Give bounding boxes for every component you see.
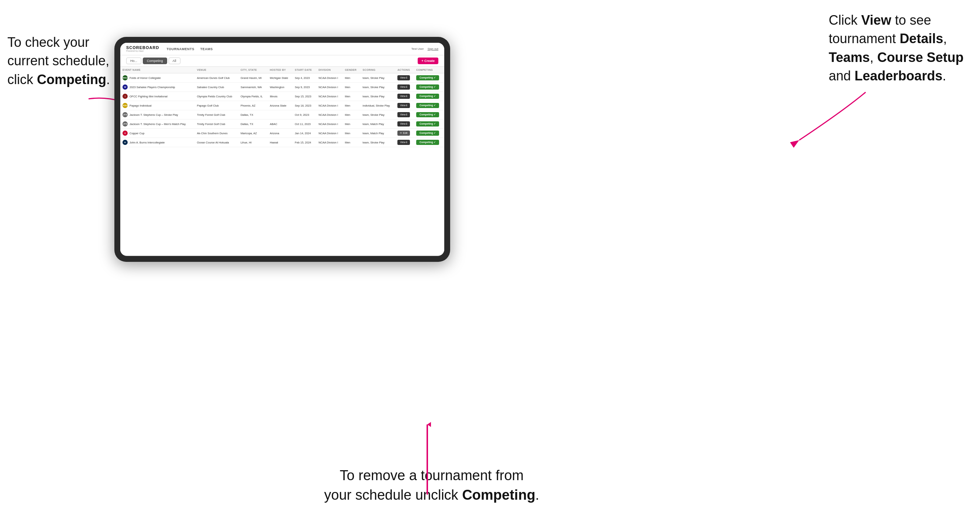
cell-city: Dallas, TX <box>239 119 267 129</box>
arrow-right <box>770 81 869 155</box>
cell-scoring: team, Stroke Play <box>361 138 395 147</box>
competing-button[interactable]: Competing ✓ <box>416 121 439 127</box>
cell-event-name: H John A. Burns Intercollegiate <box>120 138 195 147</box>
cell-date: Oct 11, 2023 <box>293 119 316 129</box>
tablet-frame: SCOREBOARD Powered by clippi TOURNAMENTS… <box>115 37 450 262</box>
cell-event-name: ASU Papago Individual <box>120 101 195 110</box>
view-button[interactable]: View ℹ <box>398 121 410 127</box>
cell-date: Sep 9, 2023 <box>293 83 316 92</box>
cell-scoring: team, Stroke Play <box>361 110 395 119</box>
competing-button[interactable]: Competing ✓ <box>416 112 439 117</box>
cell-competing: Competing ✓ <box>414 138 444 147</box>
col-city-state: CITY, STATE <box>239 67 267 73</box>
filter-tab-home[interactable]: Ho... <box>126 57 141 64</box>
table-row: H John A. Burns Intercollegiate Ocean Co… <box>120 138 444 147</box>
cell-city: Olympia Fields, IL <box>239 92 267 101</box>
cell-hosted: Arizona <box>267 129 293 138</box>
cell-gender: Men <box>343 129 361 138</box>
annotation-bottom: To remove a tournament fromyour schedule… <box>306 466 557 505</box>
cell-event-name: W 2023 Sahalee Players Championship <box>120 83 195 92</box>
cell-city: Lihue, HI <box>239 138 267 147</box>
nav-tournaments[interactable]: TOURNAMENTS <box>166 47 194 51</box>
cell-date: Sep 18, 2023 <box>293 101 316 110</box>
cell-gender: Men <box>343 73 361 83</box>
view-button[interactable]: View ℹ <box>398 75 410 80</box>
view-button[interactable]: View ℹ <box>398 94 410 99</box>
filter-bar: Ho... Competing All + Create <box>120 55 444 67</box>
tablet-screen: SCOREBOARD Powered by clippi TOURNAMENTS… <box>120 43 444 256</box>
table-container: EVENT NAME VENUE CITY, STATE HOSTED BY S… <box>120 67 444 255</box>
cell-division: NCAA Division I <box>316 73 342 83</box>
col-gender: GENDER <box>343 67 361 73</box>
edit-button[interactable]: ✏ Edit <box>398 130 410 136</box>
view-button[interactable]: View ℹ <box>398 140 410 145</box>
cell-venue: Olympia Fields Country Club <box>195 92 239 101</box>
filter-tab-competing[interactable]: Competing <box>143 57 167 64</box>
cell-actions: View ℹ <box>395 110 414 119</box>
team-logo: JTS <box>123 121 128 127</box>
cell-division: NCAA Division I <box>316 92 342 101</box>
annotation-right: Click View to see tournament Details, Te… <box>829 11 969 86</box>
cell-division: NCAA Division I <box>316 129 342 138</box>
event-name-text: 2023 Sahalee Players Championship <box>129 86 175 89</box>
cell-actions: ✏ Edit <box>395 129 414 138</box>
cell-event-name: JTS Jackson T. Stephens Cup – Stroke Pla… <box>120 110 195 119</box>
arrow-bottom-container <box>423 421 431 495</box>
table-row: JTS Jackson T. Stephens Cup – Men's Matc… <box>120 119 444 129</box>
cell-hosted: Arizona State <box>267 101 293 110</box>
cell-actions: View ℹ <box>395 92 414 101</box>
cell-gender: Men <box>343 83 361 92</box>
team-logo: JTS <box>123 112 128 117</box>
cell-gender: Men <box>343 110 361 119</box>
cell-date: Jan 14, 2024 <box>293 129 316 138</box>
filter-tab-all[interactable]: All <box>169 57 180 64</box>
cell-venue: American Dunes Golf Club <box>195 73 239 83</box>
logo-title: SCOREBOARD <box>126 46 159 50</box>
cell-division: NCAA Division I <box>316 101 342 110</box>
filter-tabs: Ho... Competing All <box>126 57 180 64</box>
cell-scoring: team, Stroke Play <box>361 92 395 101</box>
cell-gender: Men <box>343 101 361 110</box>
cell-event-name: MSU Folds of Honor Collegiate <box>120 73 195 83</box>
competing-button[interactable]: Competing ✓ <box>416 130 439 136</box>
nav-teams[interactable]: TEAMS <box>200 47 213 51</box>
cell-competing: Competing ✓ <box>414 92 444 101</box>
cell-scoring: team, Stroke Play <box>361 83 395 92</box>
col-division: DIVISION <box>316 67 342 73</box>
cell-venue: Trinity Forest Golf Club <box>195 119 239 129</box>
create-button[interactable]: + Create <box>418 57 438 64</box>
cell-date: Sep 4, 2023 <box>293 73 316 83</box>
competing-button[interactable]: Competing ✓ <box>416 94 439 99</box>
arrow-bottom-svg <box>423 421 431 495</box>
cell-division: NCAA Division I <box>316 110 342 119</box>
cell-hosted: Hawaii <box>267 138 293 147</box>
cell-hosted <box>267 110 293 119</box>
competing-button[interactable]: Competing ✓ <box>416 75 439 80</box>
cell-competing: Competing ✓ <box>414 73 444 83</box>
cell-competing: Competing ✓ <box>414 129 444 138</box>
cell-gender: Men <box>343 119 361 129</box>
cell-actions: View ℹ <box>395 101 414 110</box>
table-body: MSU Folds of Honor Collegiate American D… <box>120 73 444 147</box>
team-logo: MSU <box>123 75 128 80</box>
event-name-text: Folds of Honor Collegiate <box>129 76 161 80</box>
table-row: JTS Jackson T. Stephens Cup – Stroke Pla… <box>120 110 444 119</box>
table-row: W 2023 Sahalee Players Championship Saha… <box>120 83 444 92</box>
cell-date: Feb 15, 2024 <box>293 138 316 147</box>
event-name-text: Jackson T. Stephens Cup – Stroke Play <box>129 113 178 116</box>
view-button[interactable]: View ℹ <box>398 84 410 90</box>
cell-competing: Competing ✓ <box>414 119 444 129</box>
competing-button[interactable]: Competing ✓ <box>416 84 439 90</box>
view-button[interactable]: View ℹ <box>398 112 410 117</box>
competing-button[interactable]: Competing ✓ <box>416 140 439 145</box>
cell-event-name: A Copper Cup <box>120 129 195 138</box>
competing-button[interactable]: Competing ✓ <box>416 103 439 108</box>
event-name-text: Copper Cup <box>129 132 144 135</box>
cell-scoring: team, Match Play <box>361 129 395 138</box>
cell-venue: Ak-Chin Southern Dunes <box>195 129 239 138</box>
view-button[interactable]: View ℹ <box>398 103 410 108</box>
cell-city: Phoenix, AZ <box>239 101 267 110</box>
sign-out-link[interactable]: Sign out <box>428 47 438 51</box>
cell-gender: Men <box>343 138 361 147</box>
cell-actions: View ℹ <box>395 119 414 129</box>
